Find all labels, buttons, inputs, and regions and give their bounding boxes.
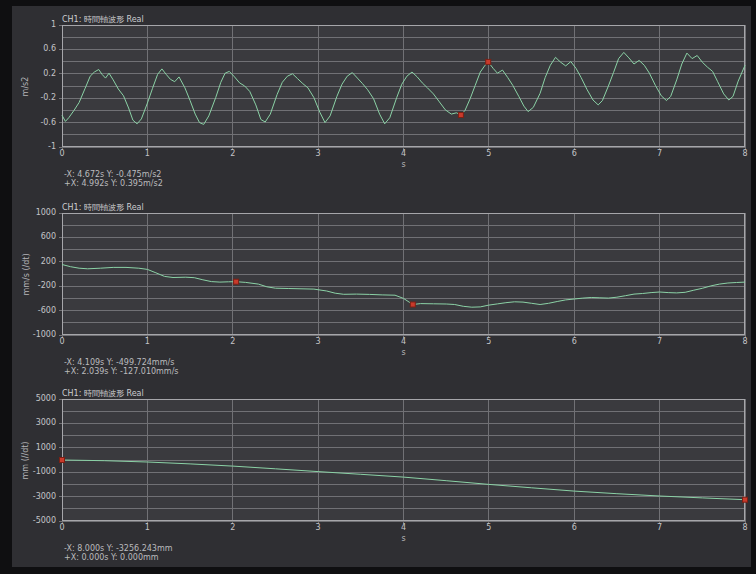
y-tick-label: -1 bbox=[0, 142, 56, 151]
x-tick-label: 2 bbox=[223, 149, 243, 158]
y-tick-label: 1000 bbox=[0, 208, 56, 217]
y-tick-label: 0.2 bbox=[0, 69, 56, 78]
waveform-plot-svg bbox=[62, 399, 745, 521]
x-tick-label: 5 bbox=[479, 523, 499, 532]
x-axis-label: s bbox=[62, 348, 745, 357]
y-tick-label: 3000 bbox=[0, 418, 56, 427]
plot-area[interactable] bbox=[62, 213, 745, 335]
x-axis-label: s bbox=[62, 160, 745, 169]
y-tick-label: -600 bbox=[0, 306, 56, 315]
y-tick-label: -1000 bbox=[0, 330, 56, 339]
x-tick-label: 3 bbox=[308, 523, 328, 532]
cursor-readout-neg-x: -X: 8.000s Y: -3256.243mm bbox=[64, 544, 173, 553]
x-tick-label: 3 bbox=[308, 337, 328, 346]
y-tick-label: 600 bbox=[0, 232, 56, 241]
x-tick-label: 8 bbox=[735, 523, 755, 532]
y-tick-label: 1000 bbox=[0, 443, 56, 452]
cursor-readout-pos-x: +X: 2.039s Y: -127.010mm/s bbox=[64, 367, 179, 376]
cursor-marker[interactable] bbox=[486, 59, 491, 64]
y-axis-unit-label: mm/s (/dt) bbox=[13, 213, 39, 335]
x-tick-label: 7 bbox=[650, 337, 670, 346]
x-tick-label: 4 bbox=[394, 337, 414, 346]
cursor-marker[interactable] bbox=[410, 302, 415, 307]
chart-title: CH1: 時間軸波形 Real bbox=[62, 14, 144, 25]
x-tick-label: 2 bbox=[223, 523, 243, 532]
y-tick-label: -0.6 bbox=[0, 118, 56, 127]
y-tick-label: 1 bbox=[0, 20, 56, 29]
cursor-readout-pos-x: +X: 4.992s Y: 0.395m/s2 bbox=[64, 179, 163, 188]
cursor-marker[interactable] bbox=[458, 113, 463, 118]
y-tick-label: 5000 bbox=[0, 394, 56, 403]
y-axis-unit-label: mm (//dt) bbox=[13, 399, 39, 521]
x-tick-label: 6 bbox=[564, 149, 584, 158]
chart-title: CH1: 時間軸波形 Real bbox=[62, 202, 144, 213]
x-axis-label: s bbox=[62, 534, 745, 543]
y-tick-label: -0.2 bbox=[0, 93, 56, 102]
x-tick-label: 1 bbox=[137, 337, 157, 346]
x-tick-label: 5 bbox=[479, 337, 499, 346]
x-tick-label: 4 bbox=[394, 523, 414, 532]
plot-area[interactable] bbox=[62, 25, 745, 147]
x-tick-label: 3 bbox=[308, 149, 328, 158]
x-tick-label: 7 bbox=[650, 149, 670, 158]
chart-title: CH1: 時間軸波形 Real bbox=[62, 388, 144, 399]
y-axis-unit-label: m/s2 bbox=[13, 25, 39, 147]
y-tick-label: 0.6 bbox=[0, 44, 56, 53]
plot-area[interactable] bbox=[62, 399, 745, 521]
acceleration-waveform-chart: CH1: 時間軸波形 Real m/s2 s -X: 4.672s Y: -0.… bbox=[0, 8, 756, 198]
cursor-readout-neg-x: -X: 4.672s Y: -0.475m/s2 bbox=[64, 170, 161, 179]
displacement-waveform-chart: CH1: 時間軸波形 Real mm (//dt) s -X: 8.000s Y… bbox=[0, 382, 756, 572]
x-tick-label: 2 bbox=[223, 337, 243, 346]
y-tick-label: -3000 bbox=[0, 492, 56, 501]
x-tick-label: 7 bbox=[650, 523, 670, 532]
x-tick-label: 6 bbox=[564, 337, 584, 346]
x-tick-label: 8 bbox=[735, 149, 755, 158]
x-tick-label: 8 bbox=[735, 337, 755, 346]
x-tick-label: 5 bbox=[479, 149, 499, 158]
y-tick-label: -5000 bbox=[0, 516, 56, 525]
waveform-plot-svg bbox=[62, 213, 745, 335]
y-tick-label: -200 bbox=[0, 281, 56, 290]
window-edge-top bbox=[0, 0, 756, 6]
velocity-waveform-chart: CH1: 時間軸波形 Real mm/s (/dt) s -X: 4.109s … bbox=[0, 196, 756, 386]
x-tick-label: 4 bbox=[394, 149, 414, 158]
y-tick-label: -1000 bbox=[0, 467, 56, 476]
cursor-marker[interactable] bbox=[743, 497, 748, 502]
x-tick-label: 6 bbox=[564, 523, 584, 532]
waveform-plot-svg bbox=[62, 25, 745, 147]
y-tick-label: 200 bbox=[0, 257, 56, 266]
x-tick-label: 1 bbox=[137, 523, 157, 532]
cursor-readout-pos-x: +X: 0.000s Y: 0.000mm bbox=[64, 553, 159, 562]
x-tick-label: 1 bbox=[137, 149, 157, 158]
cursor-marker[interactable] bbox=[234, 279, 239, 284]
cursor-readout-neg-x: -X: 4.109s Y: -499.724mm/s bbox=[64, 358, 174, 367]
cursor-marker[interactable] bbox=[60, 458, 65, 463]
